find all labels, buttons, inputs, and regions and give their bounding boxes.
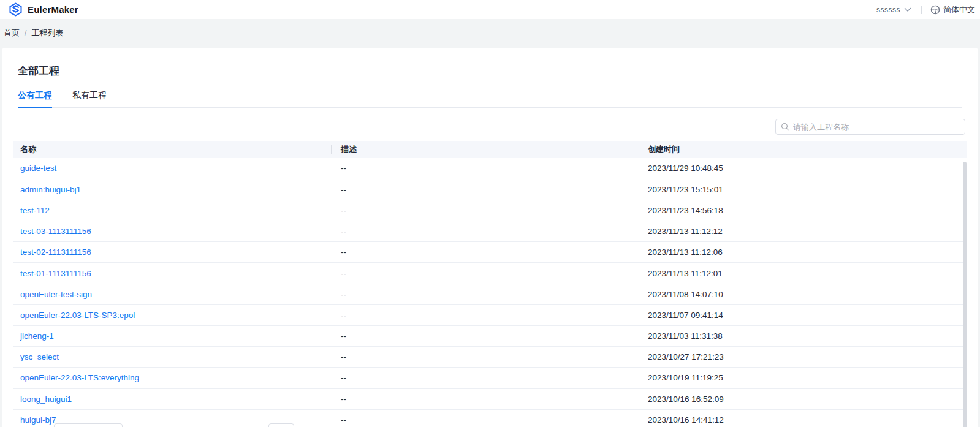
project-name-link[interactable]: test-03-1113111156: [20, 227, 91, 236]
table-header-row: 名称 描述 创建时间: [13, 141, 967, 158]
project-created-time: 2023/11/07 09:41:14: [648, 311, 723, 320]
globe-icon: [930, 5, 940, 15]
project-created-time: 2023/11/08 14:07:10: [648, 290, 723, 299]
brand[interactable]: EulerMaker: [9, 2, 78, 17]
table-row: loong_huigui1 -- 2023/10/16 16:52:09: [13, 388, 967, 409]
project-description: --: [341, 331, 346, 341]
table-row: openEuler-test-sign -- 2023/11/08 14:07:…: [13, 284, 967, 304]
project-description: --: [341, 248, 346, 257]
project-created-time: 2023/10/16 14:41:12: [648, 415, 724, 425]
project-created-time: 2023/10/19 11:19:25: [648, 373, 723, 382]
project-name-link[interactable]: jicheng-1: [20, 331, 54, 341]
table-row: test-03-1113111156 -- 2023/11/13 11:12:1…: [13, 221, 967, 242]
page-title: 全部工程: [13, 48, 967, 78]
breadcrumb-current: 工程列表: [31, 28, 63, 39]
project-created-time: 2023/11/23 15:15:01: [648, 185, 723, 194]
project-name-link[interactable]: guide-test: [20, 164, 56, 173]
project-name-link[interactable]: test-112: [20, 206, 50, 215]
table-toolbar: [13, 119, 965, 135]
tab-public-projects[interactable]: 公有工程: [18, 86, 52, 107]
project-description: --: [341, 311, 346, 320]
user-menu[interactable]: ssssss: [876, 6, 911, 14]
project-description: --: [341, 290, 346, 299]
project-description: --: [341, 206, 346, 215]
table-row: admin:huigui-bj1 -- 2023/11/23 15:15:01: [13, 179, 967, 200]
table-row: openEuler-22.03-LTS-SP3:epol -- 2023/11/…: [13, 304, 967, 325]
table-row: guide-test -- 2023/11/29 10:48:45: [13, 158, 967, 179]
project-description: --: [341, 373, 346, 382]
search-icon: [781, 123, 789, 131]
eulermaker-logo-icon: [9, 2, 23, 17]
project-name-link[interactable]: test-01-1113111156: [20, 269, 91, 278]
project-name-link[interactable]: ysc_select: [20, 352, 59, 361]
project-description: --: [341, 185, 346, 194]
table-row: jicheng-1 -- 2023/11/03 11:31:38: [13, 326, 967, 347]
project-created-time: 2023/11/13 11:12:01: [648, 269, 723, 278]
table-row: test-02-1113111156 -- 2023/11/13 11:12:0…: [13, 242, 967, 263]
project-name-link[interactable]: huigui-bj7: [20, 415, 56, 425]
project-description: --: [341, 269, 346, 278]
project-created-time: 2023/11/29 10:48:45: [648, 164, 723, 173]
project-created-time: 2023/10/27 17:21:23: [648, 352, 724, 361]
project-name-link[interactable]: loong_huigui1: [20, 395, 72, 404]
table-row: ysc_select -- 2023/10/27 17:21:23: [13, 347, 967, 368]
table-row: test-112 -- 2023/11/23 14:56:18: [13, 200, 967, 221]
column-header-desc: 描述: [331, 141, 640, 158]
project-name-link[interactable]: openEuler-22.03-LTS:everything: [20, 373, 139, 382]
project-name-link[interactable]: openEuler-test-sign: [20, 290, 92, 299]
project-description: --: [341, 164, 346, 173]
projects-table: 名称 描述 创建时间 guide-test -- 2023/11/29 10:4…: [13, 141, 967, 427]
table-row: openEuler-22.03-LTS:everything -- 2023/1…: [13, 368, 967, 388]
project-description: --: [341, 415, 346, 425]
table-row: test-01-1113111156 -- 2023/11/13 11:12:0…: [13, 263, 967, 284]
project-created-time: 2023/11/23 14:56:18: [648, 206, 723, 215]
project-description: --: [341, 227, 346, 236]
search-input[interactable]: [793, 123, 960, 132]
header-divider: [921, 6, 922, 14]
tab-private-projects[interactable]: 私有工程: [72, 86, 107, 107]
top-header: EulerMaker ssssss 简体中文: [0, 0, 980, 19]
language-switcher[interactable]: 简体中文: [930, 4, 975, 15]
project-created-time: 2023/10/16 16:52:09: [648, 395, 724, 404]
table-scrollbar[interactable]: [963, 162, 967, 427]
project-created-time: 2023/11/13 11:12:06: [648, 248, 723, 257]
chevron-down-icon: [904, 7, 911, 12]
project-name-link[interactable]: admin:huigui-bj1: [20, 185, 81, 194]
project-description: --: [341, 352, 346, 361]
breadcrumb: 首页 / 工程列表: [4, 28, 63, 39]
brand-name: EulerMaker: [28, 4, 78, 15]
projects-table-wrap: 名称 描述 创建时间 guide-test -- 2023/11/29 10:4…: [13, 141, 967, 427]
project-name-link[interactable]: openEuler-22.03-LTS-SP3:epol: [20, 311, 135, 320]
breadcrumb-bar: 首页 / 工程列表: [0, 19, 980, 47]
column-header-created: 创建时间: [640, 141, 967, 158]
project-description: --: [341, 395, 346, 404]
column-header-name: 名称: [13, 141, 331, 158]
project-search[interactable]: [775, 119, 965, 135]
project-name-link[interactable]: test-02-1113111156: [20, 248, 91, 257]
language-label: 简体中文: [943, 4, 975, 15]
project-created-time: 2023/11/13 11:12:12: [648, 227, 723, 236]
breadcrumb-separator: /: [25, 29, 26, 37]
table-row: huigui-bj7 -- 2023/10/16 14:41:12: [13, 409, 967, 427]
pagination-page-size-select[interactable]: [54, 423, 123, 427]
projects-card: 全部工程 公有工程 私有工程 名称: [2, 48, 978, 427]
pagination-pager[interactable]: [268, 423, 294, 427]
username: ssssss: [876, 6, 900, 14]
project-tabs: 公有工程 私有工程: [18, 86, 962, 108]
project-created-time: 2023/11/03 11:31:38: [648, 331, 723, 341]
breadcrumb-home[interactable]: 首页: [4, 28, 20, 39]
